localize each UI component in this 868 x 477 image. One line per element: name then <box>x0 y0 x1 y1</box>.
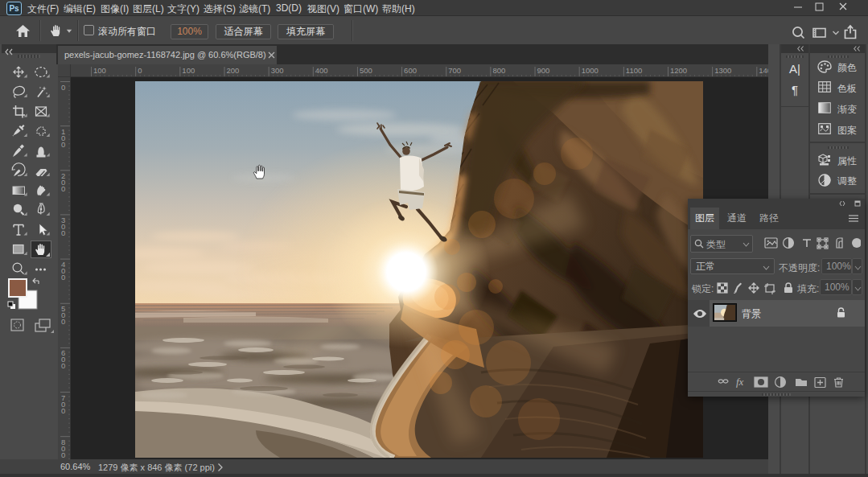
svg-text:800: 800 <box>492 66 505 75</box>
svg-text:200: 200 <box>227 66 240 75</box>
svg-text:0: 0 <box>61 184 65 193</box>
svg-text:900: 900 <box>537 66 550 75</box>
svg-text:0: 0 <box>61 228 65 237</box>
svg-text:0: 0 <box>61 406 65 415</box>
svg-text:0: 0 <box>61 317 65 326</box>
svg-text:0: 0 <box>61 273 65 282</box>
svg-text:1200: 1200 <box>670 66 687 75</box>
svg-text:0: 0 <box>138 66 142 75</box>
svg-text:500: 500 <box>360 66 372 75</box>
svg-text:700: 700 <box>448 66 461 75</box>
svg-text:fx: fx <box>736 376 744 388</box>
svg-text:1100: 1100 <box>626 66 642 75</box>
svg-text:400: 400 <box>315 66 328 75</box>
svg-text:1300: 1300 <box>714 66 731 75</box>
svg-text:300: 300 <box>271 66 284 75</box>
svg-text:1400: 1400 <box>759 66 768 75</box>
svg-text:100: 100 <box>93 66 106 75</box>
svg-text:0: 0 <box>61 83 65 92</box>
svg-text:1000: 1000 <box>582 66 599 75</box>
svg-text:0: 0 <box>61 450 65 459</box>
svg-text:600: 600 <box>404 66 417 75</box>
svg-text:100: 100 <box>182 66 195 75</box>
svg-text:0: 0 <box>61 140 65 149</box>
svg-text:0: 0 <box>61 361 65 370</box>
